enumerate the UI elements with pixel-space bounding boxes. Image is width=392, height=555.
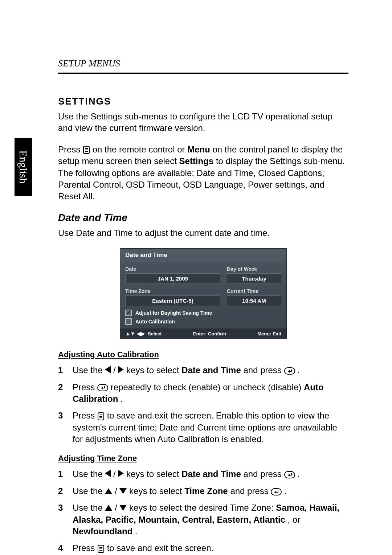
bold-menu: Menu <box>187 144 210 154</box>
settings-intro-1: Use the Settings sub-menus to configure … <box>58 111 348 134</box>
text: keys to select the desired Time Zone: <box>129 503 276 513</box>
bold-nf: Newfoundland <box>73 526 132 536</box>
osd-body: Date JAN 1, 2009 Day of Week Thursday Ti… <box>120 262 286 328</box>
date-time-heading: Date and Time <box>58 212 348 224</box>
osd-footer-menu: Menu: Exit <box>257 331 281 336</box>
osd-screenshot: Date and Time Date JAN 1, 2009 Day of We… <box>120 248 287 339</box>
text: / <box>115 503 119 513</box>
text: Use the <box>73 365 105 375</box>
text: and press <box>243 365 284 375</box>
osd-curtime-value: 10:54 AM <box>227 295 281 306</box>
step: Use the / keys to select Date and Time a… <box>58 364 348 376</box>
step: Use the / keys to select the desired Tim… <box>58 502 348 537</box>
osd-autocal-label: Auto Calibration <box>135 319 175 325</box>
osd-date-value[interactable]: JAN 1, 2009 <box>125 273 220 284</box>
step: Press to save and exit the screen. <box>58 542 348 554</box>
bold-dt: Date and Time <box>181 469 241 479</box>
text: / <box>113 469 118 479</box>
up-arrow-icon <box>105 505 112 511</box>
up-arrow-icon <box>105 488 112 494</box>
step: Press repeatedly to check (enable) or un… <box>58 381 348 405</box>
bold-dt: Date and Time <box>181 365 241 375</box>
osd-dst-label: Adjust for Daylight Saving Time <box>135 310 212 316</box>
enter-icon <box>97 384 108 391</box>
text: Press <box>73 411 97 420</box>
text: . <box>121 394 123 404</box>
osd-foot-select-text: :Select <box>146 331 162 336</box>
left-arrow-icon <box>105 366 111 373</box>
steps-time-zone: Use the / keys to select Date and Time a… <box>58 468 348 554</box>
text: Use the <box>73 503 105 513</box>
osd-tz-value[interactable]: Eastern (UTC-5) <box>125 295 220 306</box>
left-arrow-icon <box>105 470 111 477</box>
text: / <box>115 486 119 496</box>
page-content: SETUP MENUS SETTINGS Use the Settings su… <box>0 0 392 555</box>
steps-auto-cal: Use the / keys to select Date and Time a… <box>58 364 348 445</box>
menu-icon <box>97 544 105 553</box>
menu-icon <box>83 146 90 154</box>
text: Press <box>73 382 97 392</box>
date-time-intro: Use Date and Time to adjust the current … <box>58 227 348 239</box>
running-head: SETUP MENUS <box>58 58 348 69</box>
text: and press <box>243 469 284 479</box>
settings-intro-2: Press on the remote control or Menu on t… <box>58 144 348 203</box>
enter-icon <box>284 367 295 375</box>
osd-date-label: Date <box>125 266 220 272</box>
text: , or <box>288 515 301 525</box>
osd-day-label: Day of Week <box>227 266 281 272</box>
text: repeatedly to check (enable) or uncheck … <box>111 382 304 392</box>
text: to save and exit the screen. <box>107 543 214 553</box>
osd-footer: ▲▼ ◀▶ :Select Enter: Confirm Menu: Exit <box>120 328 286 339</box>
text: Use the <box>73 486 105 496</box>
subhead-auto-cal: Adjusting Auto Calibration <box>58 350 348 359</box>
text: and press <box>230 486 271 496</box>
text: . <box>297 469 300 479</box>
text: Use the <box>73 469 105 479</box>
osd-dst-checkbox[interactable] <box>125 310 132 316</box>
text: / <box>113 365 118 375</box>
osd-footer-enter: Enter: Confirm <box>193 331 226 336</box>
leftright-icon: ◀▶ <box>137 331 145 336</box>
osd-footer-select: ▲▼ ◀▶ :Select <box>125 331 162 336</box>
top-rule <box>58 73 348 74</box>
text: keys to select <box>126 365 181 375</box>
text: Press <box>58 144 83 154</box>
enter-icon <box>284 471 295 478</box>
osd-title: Date and Time <box>120 249 286 262</box>
settings-heading: SETTINGS <box>58 96 348 107</box>
updown-icon: ▲▼ <box>125 331 135 336</box>
down-arrow-icon <box>119 488 127 494</box>
text: keys to select <box>129 486 184 496</box>
step: Use the / keys to select Date and Time a… <box>58 468 348 480</box>
osd-day-value: Thursday <box>227 273 281 284</box>
bold-settings: Settings <box>179 156 214 166</box>
step: Use the / keys to select Time Zone and p… <box>58 485 348 497</box>
subhead-time-zone: Adjusting Time Zone <box>58 454 348 463</box>
right-arrow-icon <box>118 470 124 477</box>
bold-tz: Time Zone <box>184 486 228 496</box>
step: Press to save and exit the screen. Enabl… <box>58 410 348 445</box>
text: to save and exit the screen. Enable this… <box>73 411 337 444</box>
down-arrow-icon <box>119 505 127 511</box>
text: . <box>297 365 300 375</box>
enter-icon <box>271 488 282 495</box>
text: keys to select <box>126 469 181 479</box>
menu-icon <box>97 412 105 421</box>
text: . <box>135 526 138 536</box>
osd-tz-label: Time Zone <box>125 288 220 294</box>
osd-curtime-label: Current Time <box>227 288 281 294</box>
osd-autocal-checkbox[interactable] <box>125 318 132 325</box>
text: Press <box>73 543 97 553</box>
right-arrow-icon <box>118 366 124 373</box>
text: on the remote control or <box>93 144 187 154</box>
text: . <box>284 486 287 496</box>
